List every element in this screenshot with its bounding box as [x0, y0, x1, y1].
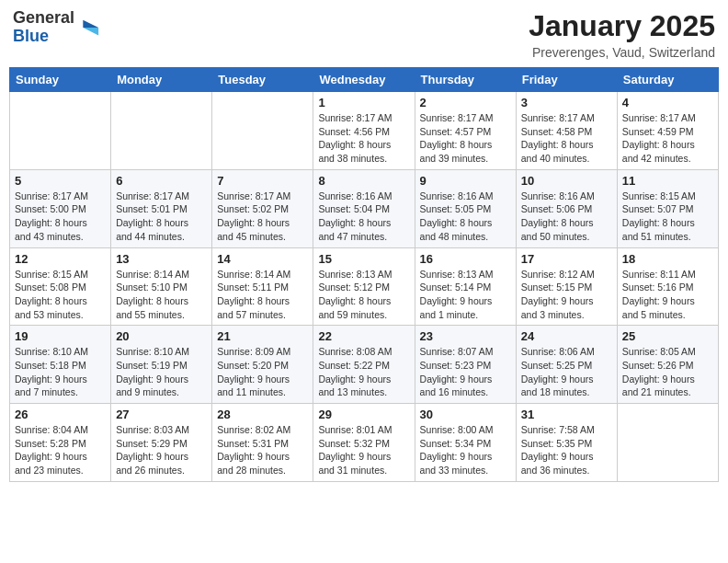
day-info: Sunrise: 8:15 AM Sunset: 5:07 PM Dayligh… — [622, 190, 713, 244]
calendar-cell: 12Sunrise: 8:15 AM Sunset: 5:08 PM Dayli… — [10, 247, 111, 326]
day-info: Sunrise: 8:16 AM Sunset: 5:05 PM Dayligh… — [420, 190, 511, 244]
day-number: 15 — [318, 252, 409, 266]
day-number: 9 — [420, 174, 511, 188]
calendar-cell: 24Sunrise: 8:06 AM Sunset: 5:25 PM Dayli… — [516, 326, 617, 404]
calendar-cell: 29Sunrise: 8:01 AM Sunset: 5:32 PM Dayli… — [313, 404, 415, 482]
day-number: 11 — [622, 174, 713, 188]
day-number: 10 — [521, 174, 612, 188]
day-number: 22 — [318, 329, 409, 343]
day-info: Sunrise: 8:17 AM Sunset: 4:58 PM Dayligh… — [521, 111, 612, 166]
day-info: Sunrise: 8:14 AM Sunset: 5:11 PM Dayligh… — [217, 268, 308, 322]
day-number: 8 — [318, 174, 409, 188]
logo-general: General — [13, 9, 74, 28]
day-number: 4 — [622, 96, 713, 109]
weekday-header-thursday: Thursday — [415, 68, 516, 92]
week-row-2: 5Sunrise: 8:17 AM Sunset: 5:00 PM Daylig… — [10, 169, 719, 247]
day-number: 29 — [318, 408, 409, 421]
day-number: 19 — [15, 329, 106, 343]
day-number: 26 — [15, 408, 106, 421]
day-number: 24 — [521, 329, 612, 343]
title-block: January 2025 Preverenges, Vaud, Switzerl… — [529, 9, 715, 60]
day-number: 13 — [116, 252, 207, 266]
svg-marker-0 — [83, 19, 98, 27]
month-title: January 2025 — [529, 9, 715, 43]
calendar-cell: 8Sunrise: 8:16 AM Sunset: 5:04 PM Daylig… — [313, 169, 415, 247]
calendar-cell: 7Sunrise: 8:17 AM Sunset: 5:02 PM Daylig… — [212, 169, 313, 247]
calendar-cell: 22Sunrise: 8:08 AM Sunset: 5:22 PM Dayli… — [313, 326, 415, 404]
day-info: Sunrise: 8:16 AM Sunset: 5:06 PM Dayligh… — [521, 190, 612, 244]
calendar-cell: 13Sunrise: 8:14 AM Sunset: 5:10 PM Dayli… — [111, 247, 212, 326]
day-info: Sunrise: 8:00 AM Sunset: 5:34 PM Dayligh… — [420, 423, 511, 477]
day-info: Sunrise: 8:17 AM Sunset: 4:57 PM Dayligh… — [420, 111, 511, 166]
day-number: 17 — [521, 252, 612, 266]
day-info: Sunrise: 8:12 AM Sunset: 5:15 PM Dayligh… — [521, 268, 612, 322]
day-number: 5 — [15, 174, 106, 188]
calendar-cell: 26Sunrise: 8:04 AM Sunset: 5:28 PM Dayli… — [10, 404, 111, 482]
location: Preverenges, Vaud, Switzerland — [529, 45, 715, 60]
day-info: Sunrise: 8:17 AM Sunset: 4:59 PM Dayligh… — [622, 111, 713, 166]
day-number: 3 — [521, 96, 612, 109]
calendar-cell: 9Sunrise: 8:16 AM Sunset: 5:05 PM Daylig… — [415, 169, 516, 247]
day-number: 6 — [116, 174, 207, 188]
calendar-cell: 23Sunrise: 8:07 AM Sunset: 5:23 PM Dayli… — [415, 326, 516, 404]
day-number: 18 — [622, 252, 713, 266]
day-number: 7 — [217, 174, 308, 188]
calendar-cell: 3Sunrise: 8:17 AM Sunset: 4:58 PM Daylig… — [516, 92, 617, 170]
calendar-cell — [212, 92, 313, 170]
weekday-header-wednesday: Wednesday — [313, 68, 415, 92]
day-number: 23 — [420, 329, 511, 343]
day-info: Sunrise: 8:02 AM Sunset: 5:31 PM Dayligh… — [217, 423, 308, 477]
calendar-cell: 10Sunrise: 8:16 AM Sunset: 5:06 PM Dayli… — [516, 169, 617, 247]
day-number: 28 — [217, 408, 308, 421]
weekday-header-monday: Monday — [111, 68, 212, 92]
weekday-header-sunday: Sunday — [10, 68, 111, 92]
calendar-cell: 20Sunrise: 8:10 AM Sunset: 5:19 PM Dayli… — [111, 326, 212, 404]
week-row-3: 12Sunrise: 8:15 AM Sunset: 5:08 PM Dayli… — [10, 247, 719, 326]
weekday-header-tuesday: Tuesday — [212, 68, 313, 92]
calendar-cell: 18Sunrise: 8:11 AM Sunset: 5:16 PM Dayli… — [617, 247, 718, 326]
weekday-header-saturday: Saturday — [617, 68, 718, 92]
weekday-header-friday: Friday — [516, 68, 617, 92]
calendar-cell: 27Sunrise: 8:03 AM Sunset: 5:29 PM Dayli… — [111, 404, 212, 482]
day-number: 1 — [318, 96, 409, 109]
calendar-cell: 1Sunrise: 8:17 AM Sunset: 4:56 PM Daylig… — [313, 92, 415, 170]
calendar-cell — [111, 92, 212, 170]
calendar-cell: 15Sunrise: 8:13 AM Sunset: 5:12 PM Dayli… — [313, 247, 415, 326]
calendar-cell: 19Sunrise: 8:10 AM Sunset: 5:18 PM Dayli… — [10, 326, 111, 404]
day-number: 31 — [521, 408, 612, 421]
day-info: Sunrise: 8:14 AM Sunset: 5:10 PM Dayligh… — [116, 268, 207, 322]
calendar-cell: 30Sunrise: 8:00 AM Sunset: 5:34 PM Dayli… — [415, 404, 516, 482]
calendar-cell: 2Sunrise: 8:17 AM Sunset: 4:57 PM Daylig… — [415, 92, 516, 170]
day-number: 12 — [15, 252, 106, 266]
calendar-cell: 11Sunrise: 8:15 AM Sunset: 5:07 PM Dayli… — [617, 169, 718, 247]
calendar-cell: 21Sunrise: 8:09 AM Sunset: 5:20 PM Dayli… — [212, 326, 313, 404]
calendar-cell — [10, 92, 111, 170]
day-info: Sunrise: 7:58 AM Sunset: 5:35 PM Dayligh… — [521, 423, 612, 477]
svg-marker-1 — [83, 28, 98, 35]
calendar-cell — [617, 404, 718, 482]
logo: General Blue — [13, 9, 100, 46]
day-info: Sunrise: 8:11 AM Sunset: 5:16 PM Dayligh… — [622, 268, 713, 322]
day-info: Sunrise: 8:13 AM Sunset: 5:12 PM Dayligh… — [318, 268, 409, 322]
day-number: 20 — [116, 329, 207, 343]
day-info: Sunrise: 8:13 AM Sunset: 5:14 PM Dayligh… — [420, 268, 511, 322]
day-info: Sunrise: 8:03 AM Sunset: 5:29 PM Dayligh… — [116, 423, 207, 477]
day-info: Sunrise: 8:05 AM Sunset: 5:26 PM Dayligh… — [622, 345, 713, 399]
calendar-cell: 28Sunrise: 8:02 AM Sunset: 5:31 PM Dayli… — [212, 404, 313, 482]
logo-icon — [74, 16, 100, 41]
day-info: Sunrise: 8:04 AM Sunset: 5:28 PM Dayligh… — [15, 423, 106, 477]
calendar-cell: 25Sunrise: 8:05 AM Sunset: 5:26 PM Dayli… — [617, 326, 718, 404]
day-number: 16 — [420, 252, 511, 266]
day-info: Sunrise: 8:10 AM Sunset: 5:18 PM Dayligh… — [15, 345, 106, 399]
day-number: 21 — [217, 329, 308, 343]
day-info: Sunrise: 8:15 AM Sunset: 5:08 PM Dayligh… — [15, 268, 106, 322]
week-row-4: 19Sunrise: 8:10 AM Sunset: 5:18 PM Dayli… — [10, 326, 719, 404]
calendar-cell: 4Sunrise: 8:17 AM Sunset: 4:59 PM Daylig… — [617, 92, 718, 170]
day-info: Sunrise: 8:09 AM Sunset: 5:20 PM Dayligh… — [217, 345, 308, 399]
day-info: Sunrise: 8:01 AM Sunset: 5:32 PM Dayligh… — [318, 423, 409, 477]
weekday-header-row: SundayMondayTuesdayWednesdayThursdayFrid… — [10, 68, 719, 92]
calendar-cell: 17Sunrise: 8:12 AM Sunset: 5:15 PM Dayli… — [516, 247, 617, 326]
day-number: 30 — [420, 408, 511, 421]
day-info: Sunrise: 8:08 AM Sunset: 5:22 PM Dayligh… — [318, 345, 409, 399]
day-info: Sunrise: 8:07 AM Sunset: 5:23 PM Dayligh… — [420, 345, 511, 399]
